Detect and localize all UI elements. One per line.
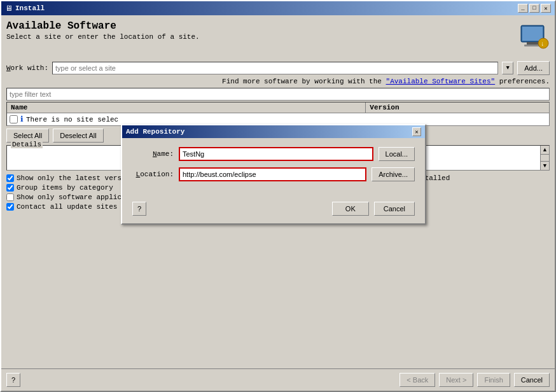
modal-action-buttons: OK Cancel	[332, 202, 415, 216]
modal-body: Name: Local... Location: Archive...	[122, 138, 425, 197]
name-label: Name:	[132, 150, 174, 158]
modal-footer: ? OK Cancel	[122, 197, 425, 223]
modal-help-button[interactable]: ?	[132, 202, 146, 216]
modal-close-button[interactable]: ✕	[412, 127, 421, 136]
modal-overlay: Add Repository ✕ Name: Local... Location…	[0, 0, 556, 392]
location-input[interactable]	[179, 167, 366, 181]
location-label: Location:	[132, 171, 174, 178]
modal-title-text: Add Repository	[126, 128, 184, 136]
name-input[interactable]	[179, 147, 373, 161]
modal-title-bar: Add Repository ✕	[122, 125, 425, 138]
add-repository-dialog: Add Repository ✕ Name: Local... Location…	[121, 124, 426, 225]
local-button[interactable]: Local...	[379, 147, 415, 161]
name-field-row: Name: Local...	[132, 147, 415, 161]
modal-cancel-button[interactable]: Cancel	[374, 202, 415, 216]
location-field-row: Location: Archive...	[132, 167, 415, 181]
modal-ok-button[interactable]: OK	[332, 202, 369, 216]
archive-button[interactable]: Archive...	[372, 167, 415, 181]
